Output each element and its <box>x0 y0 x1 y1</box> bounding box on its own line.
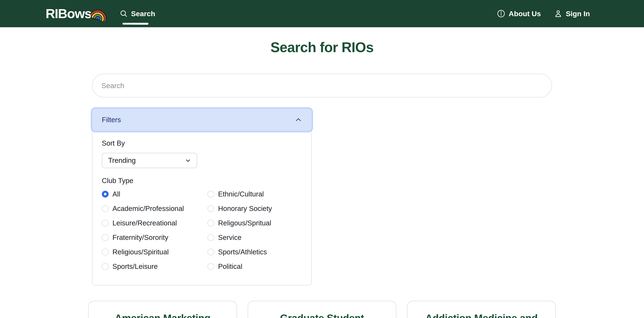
radio-button[interactable] <box>208 205 214 212</box>
radio-option[interactable]: Religious/Spiritual <box>102 248 208 256</box>
radio-button[interactable] <box>208 220 214 227</box>
result-card[interactable]: Addiction Medicine and <box>407 301 556 318</box>
radio-option-label: Religous/Spritual <box>218 219 271 227</box>
radio-button[interactable] <box>102 249 108 255</box>
radio-button[interactable] <box>102 205 108 212</box>
results-grid: American MarketingGraduate StudentAddict… <box>88 301 556 318</box>
radio-option[interactable]: Fraternity/Sorority <box>102 234 208 241</box>
radio-option[interactable]: All <box>102 190 208 198</box>
filters-title: Filters <box>102 116 121 124</box>
radio-option-label: Political <box>218 263 242 271</box>
radio-option-label: Religious/Spiritual <box>112 248 169 256</box>
radio-button[interactable] <box>102 263 108 270</box>
filters-panel: Filters Sort By Trending Club Type AllAc… <box>92 109 312 286</box>
radio-option-label: Ethnic/Cultural <box>218 190 264 198</box>
radio-button-selected[interactable] <box>102 191 108 198</box>
search-input[interactable] <box>92 74 552 97</box>
sign-in-link[interactable]: Sign In <box>554 9 590 18</box>
active-tab-indicator <box>122 23 148 25</box>
radio-option[interactable]: Leisure/Recreational <box>102 219 208 227</box>
radio-option[interactable]: Honorary Society <box>208 205 302 212</box>
info-icon <box>497 9 506 18</box>
radio-button[interactable] <box>102 220 108 227</box>
main-content: Search for RIOs Filters Sort By Trending… <box>92 39 552 286</box>
about-us-label: About Us <box>509 9 541 18</box>
result-card[interactable]: American Marketing <box>88 301 237 318</box>
radio-option[interactable]: Service <box>208 234 302 241</box>
chevron-down-icon <box>185 157 191 164</box>
radio-button[interactable] <box>208 249 214 255</box>
radio-option-label: Sports/Athletics <box>218 248 267 256</box>
radio-option[interactable]: Religous/Spritual <box>208 219 302 227</box>
sort-by-label: Sort By <box>102 139 302 147</box>
sort-by-selected-value: Trending <box>108 156 136 165</box>
result-card[interactable]: Graduate Student <box>248 301 396 318</box>
radio-button[interactable] <box>208 263 214 270</box>
club-type-column-left: AllAcademic/ProfessionalLeisure/Recreati… <box>102 190 208 270</box>
filters-body: Sort By Trending Club Type AllAcademic/P… <box>92 129 312 286</box>
rainbow-logo-icon <box>90 3 108 21</box>
radio-option[interactable]: Sports/Athletics <box>208 248 302 256</box>
person-icon <box>554 9 563 18</box>
sign-in-label: Sign In <box>566 9 590 18</box>
radio-button[interactable] <box>102 234 108 241</box>
radio-button[interactable] <box>208 191 214 198</box>
nav-tab-search-label: Search <box>131 9 155 18</box>
result-card-title: Graduate Student <box>256 312 388 318</box>
radio-option[interactable]: Academic/Professional <box>102 205 208 212</box>
page-title: Search for RIOs <box>92 39 552 55</box>
club-type-column-right: Ethnic/CulturalHonorary SocietyReligous/… <box>208 190 302 270</box>
brand-logo[interactable]: RIBows <box>46 6 108 21</box>
result-card-title: American Marketing <box>97 312 228 318</box>
nav-tab-search[interactable]: Search <box>120 0 155 27</box>
chevron-up-icon <box>295 116 302 123</box>
radio-option-label: Fraternity/Sorority <box>112 234 168 242</box>
brand-name: RIBows <box>46 7 91 20</box>
topbar-right-group: About Us Sign In <box>497 0 590 27</box>
radio-option-label: All <box>112 190 120 198</box>
radio-option-label: Sports/Leisure <box>112 263 158 271</box>
radio-option[interactable]: Political <box>208 263 302 270</box>
radio-option-label: Service <box>218 234 242 242</box>
radio-option[interactable]: Sports/Leisure <box>102 263 208 270</box>
radio-option[interactable]: Ethnic/Cultural <box>208 190 302 198</box>
top-navigation-bar: RIBows Search <box>0 0 644 27</box>
about-us-link[interactable]: About Us <box>497 9 541 18</box>
radio-option-label: Honorary Society <box>218 205 272 213</box>
search-icon <box>120 9 128 18</box>
radio-option-label: Academic/Professional <box>112 205 184 213</box>
radio-option-label: Leisure/Recreational <box>112 219 177 227</box>
result-card-title: Addiction Medicine and <box>416 312 547 318</box>
filters-header-toggle[interactable]: Filters <box>92 109 312 131</box>
sort-by-select[interactable]: Trending <box>102 153 197 168</box>
club-type-label: Club Type <box>102 177 302 185</box>
radio-button[interactable] <box>208 234 214 241</box>
club-type-options: AllAcademic/ProfessionalLeisure/Recreati… <box>102 190 302 270</box>
